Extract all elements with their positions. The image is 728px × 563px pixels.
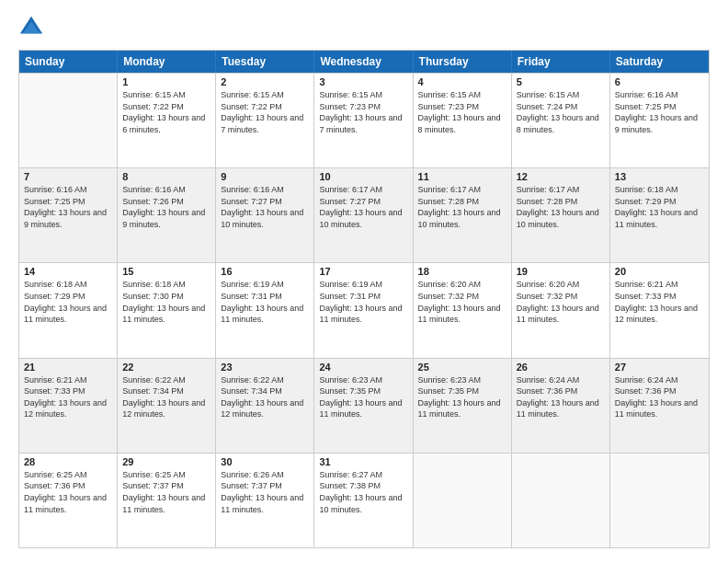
cell-info: Sunrise: 6:16 AM [615,89,704,101]
calendar-cell: 20Sunrise: 6:21 AMSunset: 7:33 PMDayligh… [610,263,709,357]
calendar-cell: 24Sunrise: 6:23 AMSunset: 7:35 PMDayligh… [314,359,413,453]
day-number: 23 [221,362,309,373]
day-number: 22 [122,362,210,373]
cell-info: Sunrise: 6:24 AM [615,374,704,386]
calendar-cell: 28Sunrise: 6:25 AMSunset: 7:36 PMDayligh… [19,454,118,547]
cell-info: Sunrise: 6:17 AM [418,184,506,196]
day-number: 30 [221,456,309,467]
cell-info: Sunset: 7:37 PM [122,480,210,492]
calendar-cell: 15Sunrise: 6:18 AMSunset: 7:30 PMDayligh… [118,263,216,357]
day-number: 26 [517,362,605,373]
cell-info: Daylight: 13 hours and 11 minutes. [418,303,506,326]
day-number: 13 [615,171,704,182]
cell-info: Sunset: 7:28 PM [418,196,506,208]
cell-info: Daylight: 13 hours and 10 minutes. [319,492,407,515]
cell-info: Sunrise: 6:15 AM [319,89,407,101]
calendar-header-cell: Friday [512,51,610,73]
logo-icon [18,15,44,40]
cell-info: Daylight: 13 hours and 6 minutes. [122,112,210,135]
calendar-cell: 27Sunrise: 6:24 AMSunset: 7:36 PMDayligh… [610,359,709,453]
cell-info: Sunset: 7:29 PM [24,291,112,303]
day-number: 2 [221,76,309,87]
cell-info: Sunset: 7:33 PM [615,291,704,303]
cell-info: Sunset: 7:38 PM [319,480,407,492]
calendar: SundayMondayTuesdayWednesdayThursdayFrid… [18,50,710,548]
calendar-cell: 19Sunrise: 6:20 AMSunset: 7:32 PMDayligh… [512,263,610,357]
calendar-cell: 25Sunrise: 6:23 AMSunset: 7:35 PMDayligh… [414,359,512,453]
cell-info: Daylight: 13 hours and 8 minutes. [418,112,506,135]
calendar-row: 14Sunrise: 6:18 AMSunset: 7:29 PMDayligh… [19,262,709,357]
cell-info: Daylight: 13 hours and 11 minutes. [418,397,506,420]
day-number: 21 [24,362,112,373]
day-number: 20 [615,266,704,277]
calendar-cell: 4Sunrise: 6:15 AMSunset: 7:23 PMDaylight… [414,74,512,167]
cell-info: Daylight: 13 hours and 10 minutes. [221,207,309,230]
cell-info: Sunrise: 6:21 AM [24,374,112,386]
cell-info: Sunrise: 6:25 AM [122,469,210,481]
cell-info: Sunrise: 6:18 AM [24,279,112,291]
cell-info: Daylight: 13 hours and 10 minutes. [517,207,605,230]
cell-info: Sunset: 7:25 PM [24,196,112,208]
cell-info: Sunset: 7:36 PM [24,480,112,492]
day-number: 14 [24,266,112,277]
day-number: 4 [418,76,506,87]
cell-info: Daylight: 13 hours and 9 minutes. [615,112,704,135]
calendar-cell: 13Sunrise: 6:18 AMSunset: 7:29 PMDayligh… [610,168,709,262]
calendar-cell: 31Sunrise: 6:27 AMSunset: 7:38 PMDayligh… [314,454,413,547]
calendar-cell: 9Sunrise: 6:16 AMSunset: 7:27 PMDaylight… [216,168,314,262]
calendar-header-cell: Sunday [19,51,118,73]
cell-info: Sunset: 7:26 PM [122,196,210,208]
calendar-header-cell: Monday [118,51,216,73]
day-number: 31 [319,456,407,467]
header [18,15,710,40]
cell-info: Sunset: 7:23 PM [418,101,506,113]
cell-info: Sunrise: 6:25 AM [24,469,112,481]
day-number: 25 [418,362,506,373]
cell-info: Sunset: 7:24 PM [517,101,605,113]
cell-info: Sunset: 7:36 PM [615,385,704,397]
cell-info: Sunset: 7:37 PM [221,480,309,492]
cell-info: Sunrise: 6:21 AM [615,279,704,291]
day-number: 28 [24,456,112,467]
cell-info: Sunset: 7:31 PM [221,291,309,303]
cell-info: Daylight: 13 hours and 8 minutes. [517,112,605,135]
calendar-cell: 22Sunrise: 6:22 AMSunset: 7:34 PMDayligh… [118,359,216,453]
day-number: 15 [122,266,210,277]
day-number: 9 [221,171,309,182]
logo [18,15,48,40]
cell-info: Daylight: 13 hours and 12 minutes. [122,397,210,420]
calendar-header-cell: Wednesday [314,51,413,73]
calendar-cell [414,454,512,547]
cell-info: Sunrise: 6:15 AM [122,89,210,101]
cell-info: Sunset: 7:32 PM [418,291,506,303]
calendar-row: 1Sunrise: 6:15 AMSunset: 7:22 PMDaylight… [19,73,709,167]
calendar-header-cell: Tuesday [216,51,314,73]
calendar-cell: 8Sunrise: 6:16 AMSunset: 7:26 PMDaylight… [118,168,216,262]
cell-info: Daylight: 13 hours and 11 minutes. [24,492,112,515]
cell-info: Daylight: 13 hours and 11 minutes. [122,492,210,515]
calendar-cell: 6Sunrise: 6:16 AMSunset: 7:25 PMDaylight… [610,74,709,167]
calendar-cell: 23Sunrise: 6:22 AMSunset: 7:34 PMDayligh… [216,359,314,453]
calendar-cell [19,74,118,167]
calendar-cell: 12Sunrise: 6:17 AMSunset: 7:28 PMDayligh… [512,168,610,262]
cell-info: Daylight: 13 hours and 11 minutes. [319,303,407,326]
calendar-row: 28Sunrise: 6:25 AMSunset: 7:36 PMDayligh… [19,453,709,547]
day-number: 5 [517,76,605,87]
day-number: 8 [122,171,210,182]
day-number: 1 [122,76,210,87]
cell-info: Sunrise: 6:16 AM [24,184,112,196]
cell-info: Sunrise: 6:18 AM [122,279,210,291]
day-number: 24 [319,362,407,373]
calendar-row: 21Sunrise: 6:21 AMSunset: 7:33 PMDayligh… [19,358,709,453]
cell-info: Sunrise: 6:24 AM [517,374,605,386]
cell-info: Daylight: 13 hours and 10 minutes. [418,207,506,230]
cell-info: Daylight: 13 hours and 11 minutes. [221,303,309,326]
day-number: 11 [418,171,506,182]
cell-info: Sunrise: 6:16 AM [122,184,210,196]
cell-info: Daylight: 13 hours and 9 minutes. [24,207,112,230]
day-number: 10 [319,171,407,182]
calendar-cell: 30Sunrise: 6:26 AMSunset: 7:37 PMDayligh… [216,454,314,547]
day-number: 29 [122,456,210,467]
calendar-cell: 11Sunrise: 6:17 AMSunset: 7:28 PMDayligh… [414,168,512,262]
calendar-cell: 21Sunrise: 6:21 AMSunset: 7:33 PMDayligh… [19,359,118,453]
